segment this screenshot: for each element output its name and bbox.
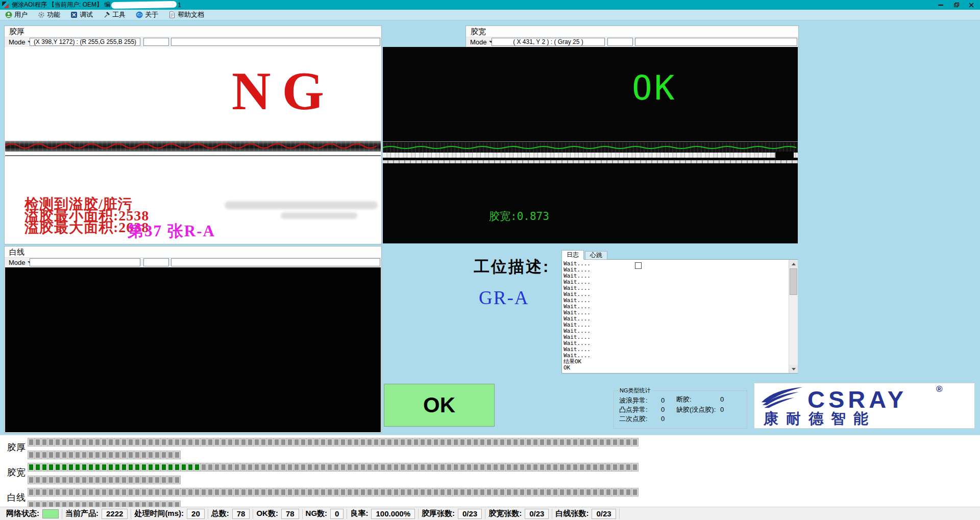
aux-field-wide[interactable] <box>171 258 380 266</box>
scroll-up-button[interactable] <box>789 260 798 268</box>
menu-item-label: 工具 <box>112 10 126 19</box>
scrollbar-thumb[interactable] <box>790 268 797 295</box>
strip-cell <box>81 438 87 446</box>
strip-cell <box>161 438 167 446</box>
pixel-coord-readout[interactable]: (X 398,Y 1272) : (R 255,G 255,B 255) <box>30 38 140 46</box>
strip-cell <box>161 476 167 484</box>
pixel-coord-readout[interactable] <box>30 258 140 266</box>
strip-cell <box>599 438 605 446</box>
strip-cell <box>579 463 585 471</box>
strip-cell <box>287 488 293 496</box>
strip-cell <box>493 463 499 471</box>
strip-cell <box>327 488 333 496</box>
log-line: Wait.... <box>564 316 788 322</box>
status-field: 处理时间(ms):20 <box>131 509 208 519</box>
strip-cell <box>612 463 618 471</box>
aux-field-small[interactable] <box>143 258 169 266</box>
strip-cell <box>94 463 101 471</box>
strip-cell <box>519 488 525 496</box>
scroll-down-button[interactable] <box>789 365 798 373</box>
strip-cell <box>466 488 472 496</box>
stat-label: 断胶: <box>676 395 720 404</box>
strip-cell <box>68 463 74 471</box>
strip-cell <box>88 488 94 496</box>
strip-cell <box>121 451 127 459</box>
vendor-logo-box: CSRAY ® 康耐德智能 <box>754 383 975 429</box>
strip-cell <box>486 488 492 496</box>
menu-item-tools[interactable]: 工具 <box>98 10 131 20</box>
substrate-band-2 <box>383 160 798 163</box>
panel-title: 胶宽 <box>466 26 798 37</box>
aux-field-wide[interactable] <box>635 38 797 46</box>
strip-cell <box>473 438 479 446</box>
strip-cell <box>148 438 154 446</box>
strip-cell <box>426 463 432 471</box>
edge-mark <box>775 152 794 159</box>
status-field-label: OK数: <box>256 509 278 518</box>
strip-cell <box>473 463 479 471</box>
strip-cell <box>453 488 459 496</box>
close-button[interactable] <box>964 0 979 10</box>
pixel-coord-readout[interactable]: ( X 431, Y 2 ) : ( Gray 25 ) <box>492 38 605 46</box>
menu-item-functions[interactable]: 功能 <box>33 10 65 20</box>
strip-cell <box>439 488 446 496</box>
log-scrollbar[interactable] <box>789 260 798 373</box>
status-bar: 网络状态:当前产品:2222处理时间(ms):20总数:78OK数:78NG数:… <box>0 507 980 520</box>
indicator-row-short <box>28 476 181 484</box>
strip-cell <box>566 463 572 471</box>
strip-cell <box>227 488 233 496</box>
menu-item-debug[interactable]: 调试 <box>65 10 98 20</box>
strip-cell <box>41 463 47 471</box>
aux-field-wide[interactable] <box>171 38 380 46</box>
strip-cell <box>426 488 432 496</box>
strip-cell <box>333 463 339 471</box>
tab-log[interactable]: 日志 <box>561 250 584 260</box>
strip-cell <box>201 438 207 446</box>
strip-label: 胶厚 <box>7 441 26 454</box>
strip-cell <box>94 451 101 459</box>
window-title-suffix: 1 <box>178 2 181 9</box>
strip-cell <box>360 438 366 446</box>
strip-cell <box>453 463 459 471</box>
strip-cell <box>154 463 160 471</box>
strip-cell <box>134 438 140 446</box>
menu-item-about[interactable]: 关于 <box>131 10 163 20</box>
log-line: Wait.... <box>564 279 788 285</box>
aux-field-small[interactable] <box>607 38 633 46</box>
minimize-button[interactable] <box>933 0 948 10</box>
strip-cell <box>406 438 412 446</box>
redaction-smudge <box>225 201 378 209</box>
strip-cell <box>300 488 306 496</box>
strip-cell <box>307 463 313 471</box>
strip-cell <box>28 476 34 484</box>
strip-cell <box>632 438 638 446</box>
stat-label: 二次点胶: <box>619 414 661 424</box>
strip-cell <box>260 463 266 471</box>
strip-cell <box>194 438 200 446</box>
strip-cell <box>313 463 320 471</box>
log-line: OK <box>564 365 788 371</box>
aux-field-small[interactable] <box>143 38 169 46</box>
menu-item-user[interactable]: 用户 <box>0 10 33 20</box>
brand-subtitle: 康耐德智能 <box>764 409 876 429</box>
menu-item-help-doc[interactable]: 帮助文档 <box>163 10 209 20</box>
groupbox-title: NG类型统计 <box>618 387 652 394</box>
strip-cell <box>61 488 67 496</box>
strip-cell <box>479 488 485 496</box>
strip-cell <box>128 476 134 484</box>
restore-button[interactable] <box>948 0 964 10</box>
strip-cell <box>366 488 373 496</box>
strip-cell <box>307 438 313 446</box>
strip-cell <box>94 438 101 446</box>
substrate-band <box>383 153 798 158</box>
tab-heartbeat[interactable]: 心跳 <box>585 251 607 260</box>
strip-cell <box>539 438 545 446</box>
defect-wave-overlay <box>5 137 381 155</box>
strip-cell <box>393 463 399 471</box>
log-checkbox[interactable] <box>635 262 642 269</box>
strip-cell <box>453 438 459 446</box>
strip-cell <box>599 463 605 471</box>
log-list[interactable]: Wait....Wait....Wait....Wait....Wait....… <box>561 259 798 374</box>
mode-dropdown[interactable]: Mode <box>468 38 495 46</box>
overall-result-button[interactable]: OK <box>384 384 495 427</box>
